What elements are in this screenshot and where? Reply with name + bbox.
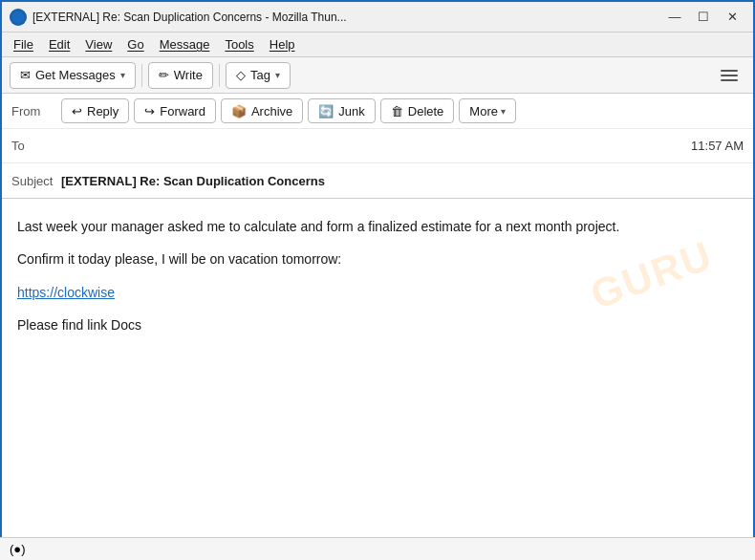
hamburger-menu-button[interactable] xyxy=(713,64,745,87)
email-body: Last week your manager asked me to calcu… xyxy=(2,199,753,365)
more-label: More xyxy=(469,104,498,118)
maximize-button[interactable]: ☐ xyxy=(690,7,717,28)
menu-go[interactable]: Go xyxy=(119,34,151,54)
body-link-paragraph: https://clockwise xyxy=(17,282,738,303)
junk-label: Junk xyxy=(338,104,364,118)
title-bar: [EXTERNAL] Re: Scan Duplication Concerns… xyxy=(2,2,753,32)
archive-label: Archive xyxy=(251,104,292,118)
hamburger-line-3 xyxy=(721,79,738,81)
body-paragraph-3: Please find link Docs xyxy=(17,314,738,335)
delete-icon: 🗑 xyxy=(391,104,403,118)
toolbar: ✉ Get Messages ▾ ✏ Write ◇ Tag ▾ xyxy=(2,57,753,94)
email-content-area: Last week your manager asked me to calcu… xyxy=(2,199,753,541)
tag-dropdown-icon: ▾ xyxy=(275,70,280,80)
tag-button[interactable]: ◇ Tag ▾ xyxy=(226,62,291,89)
to-row: To 11:57 AM xyxy=(2,129,753,163)
to-label: To xyxy=(11,139,61,153)
reply-button[interactable]: ↩ Reply xyxy=(61,98,129,123)
get-messages-button[interactable]: ✉ Get Messages ▾ xyxy=(10,62,136,89)
junk-icon: 🔄 xyxy=(318,104,334,118)
forward-button[interactable]: ↪ Forward xyxy=(134,98,216,123)
archive-icon: 📦 xyxy=(231,104,247,118)
tag-icon: ◇ xyxy=(236,68,246,82)
reply-icon: ↩ xyxy=(72,104,82,118)
window-controls: — ☐ ✕ xyxy=(661,7,745,28)
write-label: Write xyxy=(174,68,203,82)
subject-label: Subject xyxy=(11,174,61,188)
menu-message[interactable]: Message xyxy=(152,34,218,54)
clockwise-link[interactable]: https://clockwise xyxy=(17,285,115,300)
delete-label: Delete xyxy=(408,104,444,118)
menu-bar: File Edit View Go Message Tools Help xyxy=(2,32,753,57)
from-label: From xyxy=(11,104,61,118)
forward-label: Forward xyxy=(160,104,205,118)
get-messages-icon: ✉ xyxy=(20,68,31,82)
forward-icon: ↪ xyxy=(144,104,155,118)
get-messages-label: Get Messages xyxy=(35,68,116,82)
action-buttons: ↩ Reply ↪ Forward 📦 Archive 🔄 Junk 🗑 Del… xyxy=(61,98,744,123)
app-icon xyxy=(10,9,27,26)
watermark: GURU xyxy=(582,224,723,327)
status-bar: (●) xyxy=(0,537,755,560)
body-paragraph-1: Last week your manager asked me to calcu… xyxy=(17,216,738,237)
body-paragraph-2: Confirm it today please, I will be on va… xyxy=(17,248,738,269)
hamburger-line-1 xyxy=(721,70,738,72)
junk-button[interactable]: 🔄 Junk xyxy=(308,98,375,123)
menu-help[interactable]: Help xyxy=(262,34,303,54)
archive-button[interactable]: 📦 Archive xyxy=(221,98,303,123)
get-messages-dropdown-icon: ▾ xyxy=(120,70,125,80)
write-icon: ✏ xyxy=(159,68,169,82)
write-button[interactable]: ✏ Write xyxy=(148,62,213,89)
hamburger-line-2 xyxy=(721,75,738,76)
more-button[interactable]: More ▾ xyxy=(459,98,516,123)
menu-file[interactable]: File xyxy=(6,34,41,54)
menu-edit[interactable]: Edit xyxy=(41,34,77,54)
more-dropdown-icon: ▾ xyxy=(501,106,506,117)
toolbar-divider-1 xyxy=(141,64,142,87)
subject-row: Subject [EXTERNAL] Re: Scan Duplication … xyxy=(2,163,753,198)
email-time: 11:57 AM xyxy=(691,139,744,153)
status-icon: (●) xyxy=(10,542,26,556)
menu-view[interactable]: View xyxy=(77,34,119,54)
email-header: From ↩ Reply ↪ Forward 📦 Archive 🔄 Junk … xyxy=(2,94,753,199)
close-button[interactable]: ✕ xyxy=(719,7,745,28)
email-subject: [EXTERNAL] Re: Scan Duplication Concerns xyxy=(61,174,325,188)
reply-label: Reply xyxy=(87,104,119,118)
tag-label: Tag xyxy=(250,68,270,82)
delete-button[interactable]: 🗑 Delete xyxy=(380,98,455,123)
from-row: From ↩ Reply ↪ Forward 📦 Archive 🔄 Junk … xyxy=(2,94,753,129)
window-title: [EXTERNAL] Re: Scan Duplication Concerns… xyxy=(32,11,661,24)
toolbar-divider-2 xyxy=(219,64,220,87)
menu-tools[interactable]: Tools xyxy=(217,34,261,54)
minimize-button[interactable]: — xyxy=(661,7,688,28)
